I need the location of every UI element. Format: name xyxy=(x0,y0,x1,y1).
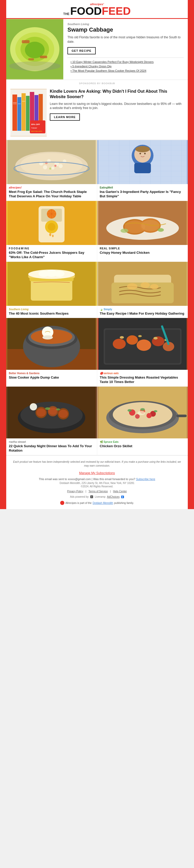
sub-link-1[interactable]: • 10 Easy Winter Casseroles Perfect For … xyxy=(67,60,184,63)
orzo-title[interactable]: Chicken Orzo Skillet xyxy=(100,444,186,448)
svg-rect-10 xyxy=(12,95,17,131)
sub-links-container: • 10 Easy Winter Casseroles Perfect For … xyxy=(67,58,184,72)
serious-eats-icon: 🔴 xyxy=(100,372,103,375)
featured-source: Southern Living xyxy=(67,23,184,26)
sponsored-description: Learn the secret to saving on today's bi… xyxy=(50,102,184,111)
svg-rect-142 xyxy=(176,414,187,417)
sponsored-cta-button[interactable]: LEARN MORE xyxy=(50,114,80,121)
help-link[interactable]: Help Center xyxy=(113,490,127,493)
subscribe-link[interactable]: Subscribe here xyxy=(136,477,155,480)
svg-point-125 xyxy=(59,410,68,418)
svg-point-103 xyxy=(43,335,53,339)
privacy-policy-link[interactable]: Privacy Policy xyxy=(67,490,83,493)
grid-item-apple-dump: Better Homes & Gardens Slow Cooker Apple… xyxy=(6,318,97,386)
simply-image xyxy=(97,262,188,306)
apple-dump-illustration xyxy=(6,318,97,370)
juicers-image xyxy=(6,201,97,245)
grid-row-5: martha stewart 22 Quick Sunday Night Din… xyxy=(6,386,188,455)
svg-rect-18 xyxy=(13,103,17,104)
svg-point-140 xyxy=(140,408,145,411)
ina-garten-title[interactable]: Ina Garten's 3-Ingredient Party Appetize… xyxy=(100,190,186,198)
svg-point-80 xyxy=(120,229,128,233)
svg-point-126 xyxy=(45,407,50,410)
sub-link-3[interactable]: • The Most Popular Southern Slow-Cooker … xyxy=(67,69,184,72)
svg-text:95% OFF: 95% OFF xyxy=(31,123,40,126)
dotdash-circle-icon xyxy=(60,501,64,505)
grid-row-4: Better Homes & Gardens Slow Cooker Apple… xyxy=(6,318,188,386)
frog-salad-content: allrecipes! Meet Frog Eye Salad: The Chu… xyxy=(6,184,97,201)
southern-illustration xyxy=(6,262,97,306)
grid-item-southern: Southern Living The 40 Most Iconic South… xyxy=(6,262,97,318)
grid-row-2: FOOD&WINE 63% Off: The Cold-Press Juicer… xyxy=(6,201,188,262)
svg-point-141 xyxy=(137,411,145,415)
ads-row: Ads powered by li Liveramp AdChoices ▶ xyxy=(11,495,183,498)
southern-title[interactable]: The 40 Most Iconic Southern Recipes xyxy=(9,312,94,316)
featured-image xyxy=(6,19,63,80)
email-container: allrecipes' THE FOOD FEED xyxy=(0,0,194,509)
simply-illustration xyxy=(97,262,188,306)
featured-cta-button[interactable]: GET RECIPE xyxy=(67,47,96,54)
grid-item-dinner: martha stewart 22 Quick Sunday Night Din… xyxy=(6,386,97,455)
juicers-title[interactable]: 63% Off: The Cold-Press Juicers Shoppers… xyxy=(9,251,94,259)
cabbage-illustration xyxy=(6,19,63,80)
featured-article: Southern Living Swamp Cabbage This old F… xyxy=(6,19,188,80)
manage-subscriptions-link[interactable]: Manage My Subscriptions xyxy=(11,471,183,475)
svg-point-94 xyxy=(140,282,150,288)
footer-copyright: ©2024. All Rights Reserved. xyxy=(11,485,183,488)
frog-salad-illustration xyxy=(6,140,97,184)
simply-title[interactable]: The Easy Recipe I Make For Every Holiday… xyxy=(100,312,186,316)
chicken-illustration xyxy=(97,201,188,245)
roasted-veg-title[interactable]: This Simple Dressing Makes Roasted Veget… xyxy=(100,375,186,384)
simply-source: 🍃 Simply xyxy=(100,308,186,311)
svg-rect-61 xyxy=(134,163,151,173)
dotdash-row: Allrecipes is part of the Dotdash Meredi… xyxy=(11,501,183,505)
svg-point-37 xyxy=(49,167,51,169)
frog-salad-title[interactable]: Meet Frog Eye Salad: The Church Potluck … xyxy=(9,190,94,198)
roasted-veg-source: 🔴 serious eats xyxy=(100,372,186,375)
svg-rect-12 xyxy=(22,93,26,131)
apple-dump-title[interactable]: Slow Cooker Apple Dump Cake xyxy=(9,375,94,380)
grid-item-ina-garten: EatingWell Ina Garten's 3-Ingredient Par… xyxy=(97,140,188,201)
svg-point-81 xyxy=(158,228,164,232)
roasted-veg-illustration xyxy=(97,318,188,370)
ina-garten-image xyxy=(97,140,188,184)
orzo-source: 🌿 Spruce Eats xyxy=(100,440,186,443)
svg-point-107 xyxy=(113,339,126,349)
dotdash-link[interactable]: Dotdash Meredith xyxy=(92,502,113,504)
adchoices-link[interactable]: AdChoices xyxy=(107,495,119,498)
books-illustration: 95% OFF TODAY BESTSELLERS xyxy=(10,89,47,136)
svg-rect-20 xyxy=(22,101,25,101)
feed-label: FEED xyxy=(102,6,131,17)
grid-row-3: Southern Living The 40 Most Iconic South… xyxy=(6,262,188,318)
spruce-eats-icon: 🌿 xyxy=(100,440,103,443)
svg-rect-7 xyxy=(28,58,34,60)
svg-rect-19 xyxy=(18,103,21,104)
orzo-content: 🌿 Spruce Eats Chicken Orzo Skillet xyxy=(97,438,188,451)
footer-links: Privacy Policy | Terms of Service | Help… xyxy=(11,490,183,493)
apple-dump-source: Better Homes & Gardens xyxy=(9,372,94,375)
sub-link-2[interactable]: • 5-Ingredient Chunky Onion Dip xyxy=(67,65,184,68)
food-label: FOOD xyxy=(70,6,102,17)
terms-link[interactable]: Terms of Service xyxy=(88,490,108,493)
svg-point-95 xyxy=(150,284,158,289)
frog-salad-source: allrecipes! xyxy=(9,186,94,189)
ina-garten-content: EatingWell Ina Garten's 3-Ingredient Par… xyxy=(97,184,188,201)
dinner-source: martha stewart xyxy=(9,440,94,443)
chicken-content: REAL SIMPLE Crispy Honey Mustard Chicken xyxy=(97,245,188,257)
email-header: allrecipes' THE FOOD FEED xyxy=(6,0,188,509)
frog-salad-image xyxy=(6,140,97,184)
svg-point-138 xyxy=(127,409,132,412)
svg-point-8 xyxy=(9,61,61,71)
apple-dump-image xyxy=(6,318,97,370)
svg-point-137 xyxy=(146,413,151,418)
svg-point-73 xyxy=(52,235,54,237)
dinner-title[interactable]: 22 Quick Sunday Night Dinner Ideas To Ad… xyxy=(9,444,94,453)
svg-point-27 xyxy=(21,153,83,176)
svg-point-113 xyxy=(138,335,142,337)
southern-source: Southern Living xyxy=(9,308,94,311)
svg-point-32 xyxy=(43,165,47,169)
chicken-title[interactable]: Crispy Honey Mustard Chicken xyxy=(100,251,186,255)
svg-point-59 xyxy=(139,153,141,154)
logo-container: THE FOOD FEED xyxy=(6,6,188,17)
svg-point-89 xyxy=(54,271,64,277)
